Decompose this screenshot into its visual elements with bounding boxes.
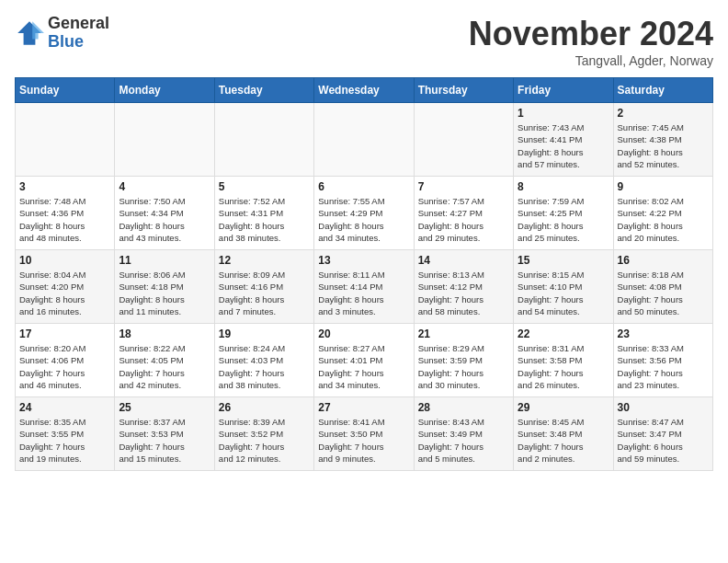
day-number: 27 [318,401,409,414]
day-number: 26 [219,401,310,414]
calendar-cell: 24Sunrise: 8:35 AM Sunset: 3:55 PM Dayli… [16,397,115,471]
calendar-cell: 18Sunrise: 8:22 AM Sunset: 4:05 PM Dayli… [115,324,214,397]
calendar-cell: 30Sunrise: 8:47 AM Sunset: 3:47 PM Dayli… [613,397,712,471]
logo: General Blue [15,15,109,52]
location: Tangvall, Agder, Norway [469,53,713,68]
day-info: Sunrise: 8:39 AM Sunset: 3:52 PM Dayligh… [219,416,310,465]
calendar-cell [314,103,414,177]
logo-blue: Blue [48,32,84,51]
day-number: 21 [418,327,509,340]
day-number: 19 [219,327,310,340]
day-info: Sunrise: 8:29 AM Sunset: 3:59 PM Dayligh… [418,342,509,391]
calendar-cell: 21Sunrise: 8:29 AM Sunset: 3:59 PM Dayli… [414,324,513,397]
calendar-cell: 1Sunrise: 7:43 AM Sunset: 4:41 PM Daylig… [514,103,613,177]
calendar-cell [414,103,513,177]
day-info: Sunrise: 7:45 AM Sunset: 4:38 PM Dayligh… [618,121,709,170]
logo-general: General [48,14,109,32]
day-info: Sunrise: 8:18 AM Sunset: 4:08 PM Dayligh… [618,269,709,317]
weekday-header: Friday [514,78,613,103]
day-info: Sunrise: 8:04 AM Sunset: 4:20 PM Dayligh… [19,269,110,317]
weekday-header-row: SundayMondayTuesdayWednesdayThursdayFrid… [16,78,713,103]
day-info: Sunrise: 7:55 AM Sunset: 4:29 PM Dayligh… [318,195,409,244]
weekday-header: Sunday [16,78,115,103]
day-info: Sunrise: 7:52 AM Sunset: 4:31 PM Dayligh… [219,195,310,244]
calendar-cell: 14Sunrise: 8:13 AM Sunset: 4:12 PM Dayli… [414,250,513,324]
calendar-cell: 3Sunrise: 7:48 AM Sunset: 4:36 PM Daylig… [16,177,115,250]
day-number: 7 [418,180,509,193]
day-number: 29 [518,401,609,414]
day-number: 13 [318,254,409,267]
logo-text: General Blue [48,15,109,52]
calendar-cell: 16Sunrise: 8:18 AM Sunset: 4:08 PM Dayli… [613,250,712,324]
day-number: 3 [19,180,110,193]
day-number: 17 [19,327,110,340]
calendar-cell: 22Sunrise: 8:31 AM Sunset: 3:58 PM Dayli… [514,324,613,397]
day-info: Sunrise: 8:27 AM Sunset: 4:01 PM Dayligh… [318,342,409,391]
day-info: Sunrise: 8:02 AM Sunset: 4:22 PM Dayligh… [618,195,709,244]
calendar-cell: 26Sunrise: 8:39 AM Sunset: 3:52 PM Dayli… [214,397,313,471]
day-number: 14 [418,254,509,267]
calendar-cell: 7Sunrise: 7:57 AM Sunset: 4:27 PM Daylig… [414,177,513,250]
calendar-cell: 4Sunrise: 7:50 AM Sunset: 4:34 PM Daylig… [115,177,214,250]
day-info: Sunrise: 8:37 AM Sunset: 3:53 PM Dayligh… [119,416,210,465]
calendar-week-row: 10Sunrise: 8:04 AM Sunset: 4:20 PM Dayli… [16,250,713,324]
day-info: Sunrise: 7:43 AM Sunset: 4:41 PM Dayligh… [518,121,609,170]
day-number: 22 [518,327,609,340]
month-title: November 2024 [469,15,713,53]
day-number: 2 [618,107,709,120]
day-info: Sunrise: 8:11 AM Sunset: 4:14 PM Dayligh… [318,269,409,317]
weekday-header: Monday [115,78,214,103]
day-info: Sunrise: 7:57 AM Sunset: 4:27 PM Dayligh… [418,195,509,244]
day-number: 30 [618,401,709,414]
day-number: 9 [618,180,709,193]
calendar-cell: 10Sunrise: 8:04 AM Sunset: 4:20 PM Dayli… [16,250,115,324]
day-number: 5 [219,180,310,193]
logo-icon [15,18,44,48]
calendar-cell: 23Sunrise: 8:33 AM Sunset: 3:56 PM Dayli… [613,324,712,397]
calendar-week-row: 24Sunrise: 8:35 AM Sunset: 3:55 PM Dayli… [16,397,713,471]
weekday-header: Tuesday [214,78,313,103]
day-number: 1 [518,107,609,120]
day-info: Sunrise: 7:59 AM Sunset: 4:25 PM Dayligh… [518,195,609,244]
day-number: 24 [19,401,110,414]
day-number: 11 [119,254,210,267]
day-info: Sunrise: 8:43 AM Sunset: 3:49 PM Dayligh… [418,416,509,465]
weekday-header: Thursday [414,78,513,103]
calendar-cell: 12Sunrise: 8:09 AM Sunset: 4:16 PM Dayli… [214,250,313,324]
calendar-cell: 25Sunrise: 8:37 AM Sunset: 3:53 PM Dayli… [115,397,214,471]
day-number: 23 [618,327,709,340]
calendar-cell [214,103,313,177]
day-info: Sunrise: 8:41 AM Sunset: 3:50 PM Dayligh… [318,416,409,465]
title-block: November 2024 Tangvall, Agder, Norway [469,15,713,68]
calendar-cell: 15Sunrise: 8:15 AM Sunset: 4:10 PM Dayli… [514,250,613,324]
calendar-cell [16,103,115,177]
calendar-cell: 5Sunrise: 7:52 AM Sunset: 4:31 PM Daylig… [214,177,313,250]
day-number: 10 [19,254,110,267]
calendar-cell: 8Sunrise: 7:59 AM Sunset: 4:25 PM Daylig… [514,177,613,250]
calendar-cell: 13Sunrise: 8:11 AM Sunset: 4:14 PM Dayli… [314,250,414,324]
weekday-header: Wednesday [314,78,414,103]
day-info: Sunrise: 8:20 AM Sunset: 4:06 PM Dayligh… [19,342,110,391]
day-number: 8 [518,180,609,193]
day-info: Sunrise: 8:24 AM Sunset: 4:03 PM Dayligh… [219,342,310,391]
weekday-header: Saturday [613,78,712,103]
day-number: 20 [318,327,409,340]
day-number: 4 [119,180,210,193]
calendar-week-row: 3Sunrise: 7:48 AM Sunset: 4:36 PM Daylig… [16,177,713,250]
calendar-cell: 17Sunrise: 8:20 AM Sunset: 4:06 PM Dayli… [16,324,115,397]
calendar-cell: 28Sunrise: 8:43 AM Sunset: 3:49 PM Dayli… [414,397,513,471]
day-info: Sunrise: 8:06 AM Sunset: 4:18 PM Dayligh… [119,269,210,317]
calendar-cell: 29Sunrise: 8:45 AM Sunset: 3:48 PM Dayli… [514,397,613,471]
day-number: 25 [119,401,210,414]
day-info: Sunrise: 8:13 AM Sunset: 4:12 PM Dayligh… [418,269,509,317]
day-info: Sunrise: 7:50 AM Sunset: 4:34 PM Dayligh… [119,195,210,244]
day-number: 15 [518,254,609,267]
day-number: 12 [219,254,310,267]
day-info: Sunrise: 8:47 AM Sunset: 3:47 PM Dayligh… [618,416,709,465]
day-info: Sunrise: 8:33 AM Sunset: 3:56 PM Dayligh… [618,342,709,391]
calendar-cell: 6Sunrise: 7:55 AM Sunset: 4:29 PM Daylig… [314,177,414,250]
day-info: Sunrise: 7:48 AM Sunset: 4:36 PM Dayligh… [19,195,110,244]
day-info: Sunrise: 8:22 AM Sunset: 4:05 PM Dayligh… [119,342,210,391]
calendar-cell: 2Sunrise: 7:45 AM Sunset: 4:38 PM Daylig… [613,103,712,177]
day-info: Sunrise: 8:31 AM Sunset: 3:58 PM Dayligh… [518,342,609,391]
